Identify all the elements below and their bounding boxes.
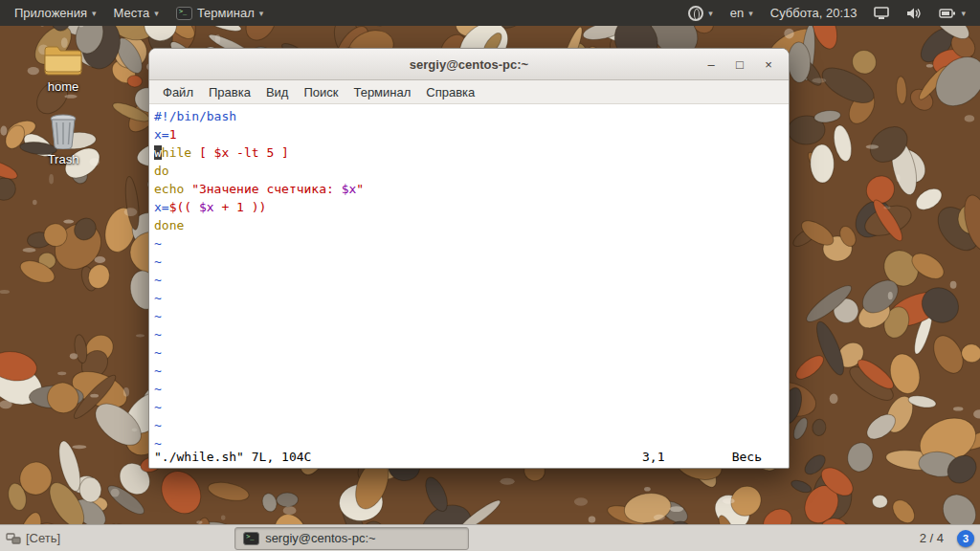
vim-statusline: "./while.sh" 7L, 104C 3,1 Весь [154,448,784,466]
trash-icon [27,113,100,149]
monitor-icon [874,7,889,20]
keyboard-layout-menu[interactable]: en ▾ [722,0,762,26]
vim-line: #!/bin/bash [154,107,787,125]
active-app-menu[interactable]: Терминал ▾ [167,0,272,26]
chevron-down-icon: ▾ [748,9,753,18]
top-panel: Приложения ▾ Места ▾ Терминал ▾ ▾ en ▾ С… [0,0,980,26]
home-folder-icon [27,44,100,77]
vim-line: ~ [154,416,787,434]
menu-file[interactable]: Файл [155,82,201,102]
vim-token: $(( [169,200,199,214]
terminal-menubar: Файл Правка Вид Поиск Терминал Справка [149,80,789,104]
menu-help[interactable]: Справка [418,82,482,102]
vim-token: ~ [154,364,162,378]
vim-line: while [ $x -lt 5 ] [154,143,787,162]
menu-view[interactable]: Вид [258,82,297,102]
notification-badge[interactable]: 3 [957,530,974,547]
vim-line: ~ [154,398,787,416]
vim-line: ~ [154,234,787,253]
bottom-panel: [Сеть] sergiy@centos-pc:~ 2 / 4 3 [0,524,980,551]
taskbar-window-button[interactable]: sergiy@centos-pc:~ [234,527,469,550]
workspace-pager[interactable]: 2 / 4 [916,531,947,545]
volume-indicator[interactable] [898,0,930,26]
vim-line: ~ [154,307,787,325]
universal-access-icon [688,6,703,21]
window-controls: – □ × [701,55,789,74]
vim-token: $x [199,200,214,214]
terminal-window: sergiy@centos-pc:~ – □ × Файл Правка Вид… [148,48,790,469]
window-titlebar[interactable]: sergiy@centos-pc:~ – □ × [149,49,789,80]
power-indicator[interactable]: ▾ [930,0,974,26]
vim-token: x= [154,127,169,142]
vim-line: ~ [154,362,787,380]
taskbar-window-label: sergiy@centos-pc:~ [265,531,375,545]
vim-token: ~ [154,345,162,360]
vim-token: "Значение счетчика: [191,182,342,196]
bottom-panel-right: 2 / 4 3 [916,530,974,547]
network-icon [6,532,21,545]
vim-token: echo [154,182,191,196]
speaker-icon [906,7,922,20]
display-indicator[interactable] [865,0,898,26]
vim-token: [ $x -lt 5 ] [199,145,289,160]
active-app-menu-label: Терминал [197,6,255,20]
network-indicator[interactable]: [Сеть] [6,531,60,545]
desktop-icon-home[interactable]: home [27,44,100,94]
battery-icon [939,8,956,19]
vim-token: ~ [154,291,162,305]
vim-token: ~ [154,400,162,414]
vim-token: " [356,182,364,196]
vim-line: ~ [154,343,787,362]
vim-line: ~ [154,325,787,343]
desktop: Приложения ▾ Места ▾ Терминал ▾ ▾ en ▾ С… [0,0,980,551]
vim-token: 1 [169,127,177,142]
vim-status-scroll: Весь [732,448,762,466]
applications-menu[interactable]: Приложения ▾ [6,0,105,26]
chevron-down-icon: ▾ [708,9,713,18]
vim-status-cursor-position: 3,1 [642,448,664,466]
vim-token: $x [342,182,357,196]
vim-token: ~ [154,254,162,269]
minimize-button[interactable]: – [701,55,722,74]
places-menu[interactable]: Места ▾ [105,0,167,26]
clock-label: Суббота, 20:13 [770,6,858,20]
menu-search[interactable]: Поиск [296,82,345,102]
top-panel-status-area: ▾ en ▾ Суббота, 20:13 [679,0,974,26]
vim-line: ~ [154,380,787,398]
applications-menu-label: Приложения [14,6,87,20]
vim-line: x=1 [154,125,787,143]
vim-token: ~ [154,382,162,396]
vim-buffer: #!/bin/bashx=1while [ $x -lt 5 ]doecho "… [154,107,787,452]
chevron-down-icon: ▾ [92,9,97,18]
terminal-icon [243,532,259,545]
vim-line: ~ [154,289,787,307]
vim-line: ~ [154,253,787,271]
menu-edit[interactable]: Правка [201,82,258,102]
vim-token: done [154,218,184,232]
maximize-button[interactable]: □ [729,55,750,74]
vim-token: hile [162,145,199,160]
vim-token: w [154,145,162,160]
vim-token: ~ [154,236,162,251]
vim-line: done [154,216,787,234]
terminal-screen[interactable]: #!/bin/bashx=1while [ $x -lt 5 ]doecho "… [149,104,789,468]
vim-token: #!/bin/bash [154,109,236,123]
vim-token: ~ [154,309,162,323]
desktop-icon-trash[interactable]: Trash [27,113,100,166]
places-menu-label: Места [114,6,150,20]
desktop-icon-label: Trash [27,152,100,166]
vim-line: do [154,162,787,180]
chevron-down-icon: ▾ [259,9,264,18]
clock-menu[interactable]: Суббота, 20:13 [762,0,866,26]
vim-token: ~ [154,273,162,287]
vim-line: ~ [154,271,787,289]
accessibility-menu[interactable]: ▾ [679,0,722,26]
vim-token: do [154,164,169,178]
vim-line: x=$(( $x + 1 )) [154,198,787,216]
vim-token: ~ [154,327,162,342]
menu-terminal[interactable]: Терминал [345,82,418,102]
vim-token: + 1 )) [214,200,267,214]
close-button[interactable]: × [758,55,779,74]
vim-token: ~ [154,418,162,432]
vim-status-filename: "./while.sh" 7L, 104C [154,448,311,466]
